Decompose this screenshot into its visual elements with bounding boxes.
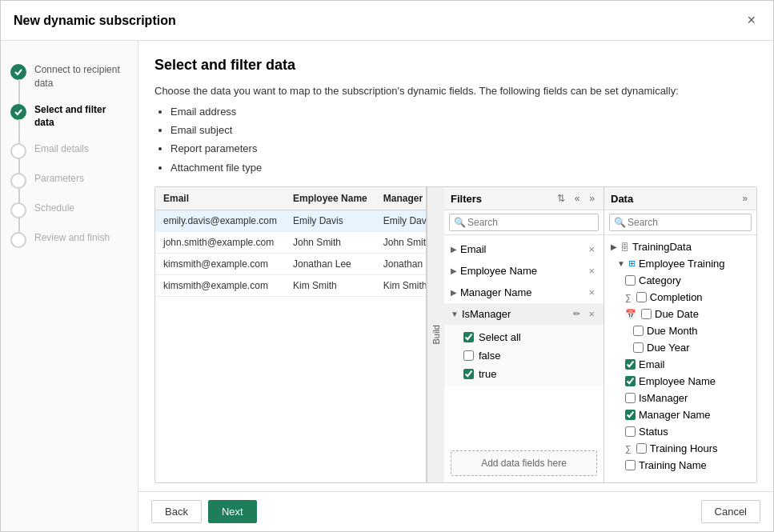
content-area: Select and filter data Choose the data y… [138, 41, 773, 491]
tree-label-email-field: Email [639, 358, 665, 370]
checkbox-completion[interactable] [636, 292, 647, 302]
filter-option-false[interactable]: false [457, 346, 604, 365]
step-connect[interactable]: Connect to recipient data [10, 57, 128, 97]
filter-edit-ismanager[interactable]: ✏ [571, 308, 583, 320]
tree-label-category: Category [639, 274, 681, 286]
tree-node-manager-name-field[interactable]: Manager Name [604, 406, 756, 423]
back-button[interactable]: Back [151, 500, 202, 523]
tree-label-due-date: Due Date [655, 308, 699, 320]
cell-employee: Emily Davis [285, 210, 375, 232]
tree-node-due-month[interactable]: Due Month [604, 322, 756, 339]
checkbox-false[interactable] [463, 350, 474, 361]
close-button[interactable]: × [742, 10, 760, 30]
table-icon: ⊞ [628, 258, 636, 269]
data-panel-header-icons: » [740, 192, 750, 205]
tree-node-training-hours-field[interactable]: ∑ Training Hours [604, 440, 756, 457]
tree-label-employee-name-field: Employee Name [639, 375, 716, 387]
checkbox-due-date[interactable] [641, 309, 652, 319]
checkbox-true[interactable] [463, 369, 474, 379]
checkbox-due-year[interactable] [633, 342, 644, 353]
filter-label-email: Email [460, 243, 487, 255]
bullet-params: Report parameters [170, 139, 757, 158]
table-row[interactable]: kimsmith@example.com Jonathan Lee Jonath… [155, 254, 427, 275]
data-panel-expand-icon[interactable]: » [740, 192, 750, 205]
data-table: Email Employee Name Manager Name emily.d… [155, 187, 427, 297]
checkbox-selectall[interactable] [463, 332, 474, 342]
checkbox-employee-name-field[interactable] [625, 376, 636, 386]
filter-option-true[interactable]: true [457, 365, 604, 383]
cell-employee: John Smith [285, 232, 375, 254]
filter-item-ismanager: ▼ IsManager ✏ × [444, 303, 604, 386]
table-row[interactable]: john.smith@example.com John Smith John S… [155, 232, 427, 254]
dialog-title: New dynamic subscription [14, 14, 176, 28]
filter-header-ismanager[interactable]: ▼ IsManager ✏ × [444, 303, 604, 325]
data-search-input[interactable] [609, 214, 752, 231]
dialog-body: Connect to recipient data Select and fil… [1, 41, 773, 531]
dialog-footer: Back Next Cancel [138, 491, 773, 531]
filter-remove-email[interactable]: × [586, 242, 597, 256]
filter-remove-ismanager[interactable]: × [586, 307, 597, 321]
build-button-wrapper[interactable]: Build [427, 187, 444, 482]
tree-node-due-date[interactable]: 📅 Due Date [604, 306, 756, 322]
tree-node-root[interactable]: ▶ 🗄 TrainingData [604, 238, 756, 255]
next-button[interactable]: Next [208, 500, 257, 523]
cell-manager: Emily Davis [375, 210, 427, 232]
filter-item-employee[interactable]: ▶ Employee Name × [444, 260, 604, 282]
checkbox-training-hours-field[interactable] [636, 443, 647, 454]
cell-email: kimsmith@example.com [155, 254, 285, 275]
checkbox-email-field[interactable] [625, 359, 636, 370]
filters-sort-icon[interactable]: ⇅ [555, 192, 567, 205]
tree-node-category[interactable]: Category [604, 272, 756, 289]
step-circle-review [10, 232, 26, 248]
build-label[interactable]: Build [431, 318, 441, 350]
tree-node-email-field[interactable]: Email [604, 356, 756, 373]
tree-node-employee-name-field[interactable]: Employee Name [604, 373, 756, 390]
bullet-attachment: Attachment file type [170, 158, 757, 177]
step-select[interactable]: Select and filter data [10, 97, 128, 137]
tree-expand-root: ▶ [611, 242, 617, 251]
filter-item-manager[interactable]: ▶ Manager Name × [444, 282, 604, 303]
filters-search-wrapper: 🔍 [444, 210, 604, 235]
filters-collapse-icon[interactable]: « [572, 192, 583, 205]
cell-employee: Jonathan Lee [285, 254, 375, 275]
tree-label-ismanager-field: IsManager [639, 392, 688, 404]
checkbox-training-name-field[interactable] [625, 460, 636, 470]
tree-label-training-hours-field: Training Hours [650, 442, 718, 454]
table-row[interactable]: kimsmith@example.com Kim Smith Kim Smith [155, 275, 427, 297]
bullet-list: Email address Email subject Report param… [154, 102, 757, 178]
col-email: Email [155, 187, 285, 210]
tree-node-ismanager-field[interactable]: IsManager [604, 390, 756, 406]
filter-remove-employee[interactable]: × [586, 264, 597, 278]
db-icon: 🗄 [620, 242, 629, 252]
cell-employee: Kim Smith [285, 275, 375, 297]
filter-expand-ismanager: ▼ [451, 310, 459, 318]
filter-remove-manager[interactable]: × [586, 286, 597, 299]
tree-label-completion: Completion [650, 291, 703, 303]
tree-label-employee-training: Employee Training [639, 258, 725, 270]
checkbox-status-field[interactable] [625, 426, 636, 437]
step-label-parameters: Parameters [34, 172, 84, 186]
filters-search-input[interactable] [449, 214, 599, 231]
tree-node-employee-training[interactable]: ▼ ⊞ Employee Training [604, 255, 756, 272]
data-search-wrapper: 🔍 [604, 210, 756, 235]
table-row[interactable]: emily.davis@example.com Emily Davis Emil… [155, 210, 427, 232]
tree-node-status-field[interactable]: Status [604, 423, 756, 440]
checkbox-category[interactable] [625, 275, 636, 286]
checkbox-manager-name-field[interactable] [625, 410, 636, 420]
data-panel: Data » 🔍 ▶ [604, 187, 756, 482]
step-circle-parameters [10, 173, 26, 189]
data-panel-row: Email Employee Name Manager Name emily.d… [154, 186, 757, 483]
filter-option-selectall[interactable]: Select all [457, 328, 604, 346]
cancel-button[interactable]: Cancel [701, 500, 760, 523]
tree-node-completion[interactable]: ∑ Completion [604, 289, 756, 306]
add-data-fields-button[interactable]: Add data fields here [451, 450, 597, 476]
tree-node-due-year[interactable]: Due Year [604, 339, 756, 356]
checkbox-ismanager-field[interactable] [625, 393, 636, 403]
sigma-icon: ∑ [625, 293, 632, 302]
filters-expand-icon[interactable]: » [587, 192, 597, 205]
col-employee: Employee Name [285, 187, 375, 210]
dialog-header: New dynamic subscription × [1, 1, 773, 41]
filter-item-email[interactable]: ▶ Email × [444, 238, 604, 260]
checkbox-due-month[interactable] [633, 326, 644, 336]
tree-node-training-name-field[interactable]: Training Name [604, 457, 756, 474]
